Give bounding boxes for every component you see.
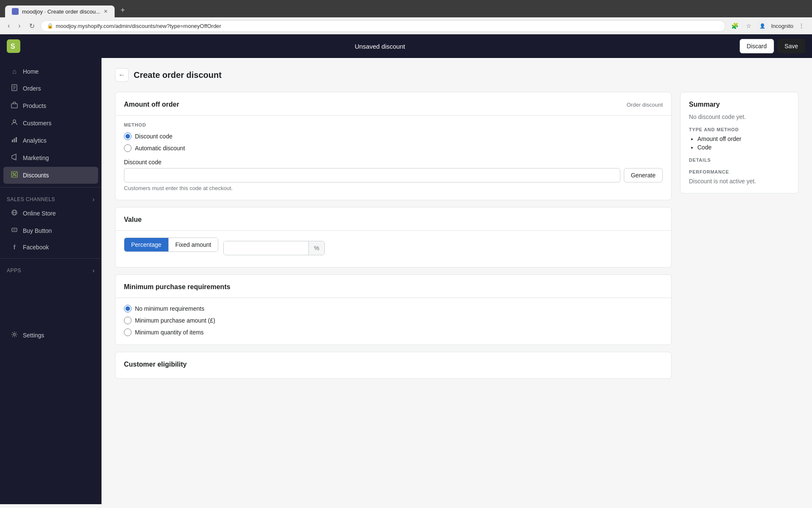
apps-section[interactable]: Apps › xyxy=(0,262,102,276)
save-button[interactable]: Save xyxy=(777,39,805,53)
card-title-method: Amount off order Order discount xyxy=(124,101,663,108)
browser-actions: 🧩 ☆ 👤 Incognito ⋮ xyxy=(729,20,807,32)
sidebar-item-orders[interactable]: Orders xyxy=(3,80,98,97)
sidebar-item-online-store-label: Online Store xyxy=(23,210,56,217)
svg-point-19 xyxy=(14,334,16,336)
tab-close-btn[interactable]: ✕ xyxy=(104,8,108,14)
sales-channels-section[interactable]: Sales channels › xyxy=(0,191,102,204)
radio-min-quantity[interactable]: Minimum quantity of items xyxy=(124,329,663,336)
discard-button[interactable]: Discard xyxy=(740,39,774,53)
marketing-icon xyxy=(10,154,19,162)
radio-min-amount[interactable]: Minimum purchase amount (£) xyxy=(124,317,663,324)
details-label: DETAILS xyxy=(689,157,790,163)
sidebar-item-products[interactable]: Products xyxy=(3,97,98,114)
body-layout: ⌂ Home Orders Products Customers xyxy=(0,58,812,504)
tab-favicon xyxy=(12,8,19,15)
discount-code-input[interactable] xyxy=(124,168,620,182)
browser-tabs: moodjoy · Create order discou... ✕ + xyxy=(5,3,807,17)
svg-text:S: S xyxy=(11,43,15,50)
card-badge: Order discount xyxy=(627,102,663,108)
value-input-wrapper: % xyxy=(223,241,324,255)
app-container: S Unsaved discount Discard Save ⌂ Home O… xyxy=(0,34,812,504)
main-column: Amount off order Order discount METHOD D… xyxy=(115,92,672,379)
value-title-text: Value xyxy=(124,216,142,224)
sidebar-item-facebook[interactable]: f Facebook xyxy=(3,240,98,255)
shopify-logo-icon: S xyxy=(7,39,20,53)
analytics-icon xyxy=(10,136,19,145)
value-input[interactable] xyxy=(224,241,308,255)
buy-button-icon xyxy=(10,226,19,235)
min-purchase-title: Minimum purchase requirements xyxy=(124,283,663,291)
summary-title: Summary xyxy=(689,101,790,108)
sidebar-item-settings-label: Settings xyxy=(23,332,44,339)
sidebar-item-settings[interactable]: Settings xyxy=(3,327,98,344)
type-method-label: TYPE AND METHOD xyxy=(689,127,790,132)
radio-no-minimum-input[interactable] xyxy=(124,305,132,312)
incognito-label: Incognito xyxy=(771,23,793,29)
sidebar-bottom: Settings xyxy=(0,276,102,344)
card-title-amount-off: Amount off order xyxy=(124,101,179,108)
svg-rect-7 xyxy=(12,140,13,142)
active-tab[interactable]: moodjoy · Create order discou... ✕ xyxy=(5,6,115,17)
sidebar-divider-1 xyxy=(0,187,102,188)
card-divider xyxy=(115,115,671,116)
top-bar-actions: Discard Save xyxy=(740,39,805,53)
radio-item-discount-code[interactable]: Discount code xyxy=(124,133,663,140)
sidebar-item-facebook-label: Facebook xyxy=(23,244,49,251)
tab-title: moodjoy · Create order discou... xyxy=(22,8,100,15)
radio-automatic-discount[interactable] xyxy=(124,144,132,152)
sidebar-item-customers[interactable]: Customers xyxy=(3,115,98,132)
sidebar-item-home[interactable]: ⌂ Home xyxy=(3,64,98,80)
sidebar-item-analytics[interactable]: Analytics xyxy=(3,132,98,149)
extensions-btn[interactable]: 🧩 xyxy=(729,21,741,31)
refresh-btn[interactable]: ↻ xyxy=(27,20,37,32)
performance-text: Discount is not active yet. xyxy=(689,178,790,185)
min-purchase-radio-group: No minimum requirements Minimum purchase… xyxy=(124,305,663,336)
sidebar-item-orders-label: Orders xyxy=(23,85,41,92)
value-controls: Percentage Fixed amount % xyxy=(124,237,663,259)
radio-discount-code[interactable] xyxy=(124,133,132,140)
discount-code-hint: Customers must enter this code at checko… xyxy=(124,185,663,191)
sidebar-item-online-store[interactable]: Online Store xyxy=(3,205,98,222)
content-layout: Amount off order Order discount METHOD D… xyxy=(115,92,798,379)
menu-btn[interactable]: ⋮ xyxy=(796,21,807,31)
back-button[interactable]: ← xyxy=(115,68,129,82)
url-display: moodjoy.myshopify.com/admin/discounts/ne… xyxy=(56,23,221,29)
page-title: Create order discount xyxy=(134,70,222,80)
orders-icon xyxy=(10,84,19,93)
radio-min-quantity-input[interactable] xyxy=(124,329,132,336)
apps-label: Apps xyxy=(7,268,21,273)
svg-point-11 xyxy=(15,175,16,176)
sidebar-item-products-label: Products xyxy=(23,102,46,109)
new-tab-btn[interactable]: + xyxy=(116,3,129,17)
sidebar-item-buy-button-label: Buy Button xyxy=(23,227,52,234)
lock-icon: 🔒 xyxy=(47,23,53,29)
radio-no-minimum[interactable]: No minimum requirements xyxy=(124,305,663,312)
customers-icon xyxy=(10,119,19,127)
minimum-purchase-card: Minimum purchase requirements No minimum… xyxy=(115,274,672,345)
radio-item-automatic[interactable]: Automatic discount xyxy=(124,144,663,152)
facebook-icon: f xyxy=(10,244,19,251)
summary-list-item-2: Code xyxy=(697,144,790,151)
sidebar-item-buy-button[interactable]: Buy Button xyxy=(3,222,98,239)
forward-nav-btn[interactable]: › xyxy=(16,20,23,31)
generate-button[interactable]: Generate xyxy=(624,168,663,182)
main-content: ← Create order discount Amount off order… xyxy=(102,58,812,504)
sidebar-item-customers-label: Customers xyxy=(23,120,52,127)
method-radio-group: Discount code Automatic discount xyxy=(124,133,663,152)
bookmark-btn[interactable]: ☆ xyxy=(743,21,754,31)
fixed-amount-toggle[interactable]: Fixed amount xyxy=(169,238,218,251)
url-bar[interactable]: 🔒 moodjoy.myshopify.com/admin/discounts/… xyxy=(41,20,726,32)
svg-rect-9 xyxy=(16,137,17,142)
sidebar-item-marketing[interactable]: Marketing xyxy=(3,149,98,166)
min-purchase-divider xyxy=(115,298,671,298)
profile-btn[interactable]: 👤 xyxy=(757,20,768,32)
value-card: Value Percentage Fixed amount % xyxy=(115,207,672,268)
radio-min-amount-input[interactable] xyxy=(124,317,132,324)
sidebar-divider-2 xyxy=(0,258,102,259)
radio-automatic-label: Automatic discount xyxy=(135,145,185,152)
page-unsaved-title: Unsaved discount xyxy=(29,43,731,50)
back-nav-btn[interactable]: ‹ xyxy=(5,20,12,31)
sidebar-item-discounts[interactable]: Discounts xyxy=(3,167,98,184)
percentage-toggle[interactable]: Percentage xyxy=(124,238,169,251)
